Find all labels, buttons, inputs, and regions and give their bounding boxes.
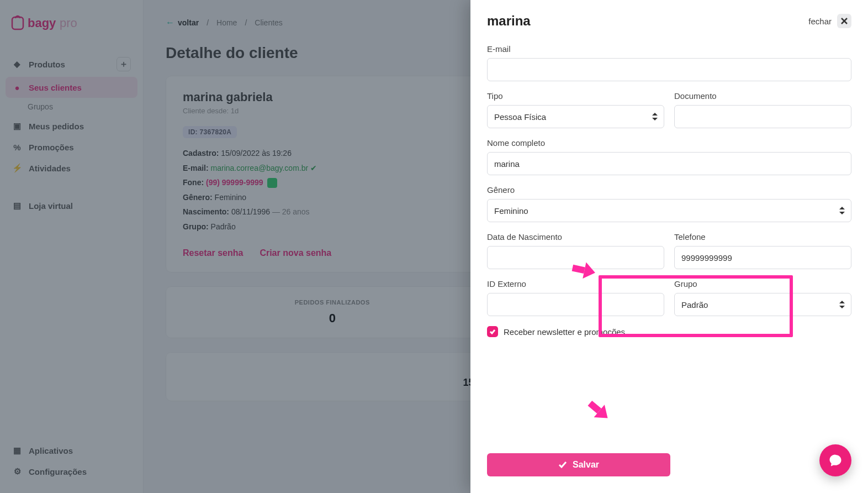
- genero-select[interactable]: [487, 199, 851, 222]
- stat-title: PEDIDOS FINALIZADOS: [178, 299, 486, 306]
- breadcrumb-sep: /: [245, 18, 247, 27]
- label: Nascimento:: [183, 207, 229, 216]
- newsletter-checkbox-row[interactable]: Receber newsletter e promoções: [487, 326, 851, 337]
- nome-label: Nome completo: [487, 138, 851, 148]
- value: Padrão: [211, 222, 236, 231]
- sidebar-item-label: Meus pedidos: [29, 122, 84, 131]
- svg-text:bagy: bagy: [28, 16, 56, 30]
- apps-icon: ▦: [12, 445, 22, 455]
- sidebar-sub-grupos[interactable]: Grupos: [6, 98, 137, 116]
- tipo-label: Tipo: [487, 91, 664, 101]
- users-icon: ●: [12, 82, 22, 92]
- breadcrumb-item[interactable]: Clientes: [255, 18, 283, 27]
- sidebar-item-produtos[interactable]: ◆ Produtos ＋: [6, 51, 137, 77]
- sidebar-item-promocoes[interactable]: % Promoções: [6, 137, 137, 158]
- label: Grupo:: [183, 222, 209, 231]
- add-product-icon[interactable]: ＋: [117, 57, 131, 71]
- grupo-label: Grupo: [674, 279, 851, 289]
- stat-orders: PEDIDOS FINALIZADOS 0: [166, 286, 499, 338]
- nasc-field[interactable]: [487, 246, 664, 269]
- save-label: Salvar: [573, 460, 599, 470]
- brand-logo: bagy pro: [6, 11, 137, 51]
- breadcrumb-sep: /: [207, 18, 209, 27]
- chat-fab-button[interactable]: [819, 444, 851, 476]
- whatsapp-icon[interactable]: [267, 178, 277, 188]
- store-icon: ▤: [12, 201, 22, 211]
- value: Feminino: [215, 193, 247, 202]
- value: 08/11/1996: [231, 207, 270, 216]
- nome-field[interactable]: [487, 152, 851, 175]
- close-panel-button[interactable]: fechar: [808, 14, 851, 28]
- sidebar-item-label: Configurações: [29, 467, 87, 476]
- documento-label: Documento: [674, 91, 851, 101]
- new-password-link[interactable]: Criar nova senha: [260, 248, 331, 258]
- sidebar-item-config[interactable]: ⚙ Configurações: [6, 461, 138, 482]
- panel-title: marina: [487, 13, 531, 29]
- breadcrumb-back[interactable]: voltar: [166, 18, 199, 28]
- documento-field[interactable]: [674, 105, 851, 128]
- breadcrumb-item[interactable]: Home: [216, 18, 237, 27]
- sidebar-item-clientes[interactable]: ● Seus clientes: [6, 77, 137, 98]
- nasc-label: Data de Nascimento: [487, 232, 664, 242]
- sidebar-item-label: Loja virtual: [29, 201, 73, 211]
- tag-icon: ◆: [12, 59, 22, 69]
- gear-icon: ⚙: [12, 466, 22, 476]
- sidebar-item-label: Aplicativos: [29, 446, 73, 455]
- sidebar-item-atividades[interactable]: ⚡ Atividades: [6, 158, 137, 179]
- sidebar-item-label: Promoções: [29, 143, 74, 152]
- edit-customer-panel: marina fechar E-mail Tipo Documento Nome…: [470, 0, 868, 493]
- stat-value: 0: [178, 311, 486, 326]
- chat-icon: [828, 453, 843, 468]
- checkbox-checked-icon: [487, 326, 498, 337]
- activity-icon: ⚡: [12, 163, 22, 173]
- label: Cadastro:: [183, 149, 219, 158]
- sidebar-item-aplicativos[interactable]: ▦ Aplicativos: [6, 440, 138, 461]
- id-externo-field[interactable]: [487, 293, 664, 316]
- check-icon: [558, 460, 567, 469]
- email-field[interactable]: [487, 58, 851, 81]
- value: 15/09/2022 às 19:26: [221, 149, 292, 158]
- sidebar-item-pedidos[interactable]: ▣ Meus pedidos: [6, 116, 137, 137]
- value-age: — 26 anos: [272, 207, 310, 216]
- grupo-select[interactable]: [674, 293, 851, 316]
- email-label: E-mail: [487, 44, 851, 54]
- newsletter-label: Receber newsletter e promoções: [504, 327, 625, 337]
- svg-rect-0: [12, 17, 23, 29]
- clipboard-icon: ▣: [12, 121, 22, 131]
- label: Fone:: [183, 178, 204, 187]
- percent-icon: %: [12, 142, 22, 152]
- close-label: fechar: [808, 17, 832, 26]
- customer-phone-link[interactable]: (99) 99999-9999: [206, 178, 263, 187]
- label: E-mail:: [183, 164, 209, 172]
- sidebar-item-label: Atividades: [29, 164, 71, 173]
- tipo-select[interactable]: [487, 105, 664, 128]
- customer-id-badge: ID: 7367820A: [183, 126, 237, 138]
- genero-label: Gênero: [487, 185, 851, 195]
- customer-email-link[interactable]: marina.correa@bagy.com.br: [211, 164, 309, 172]
- sidebar-item-label: Seus clientes: [29, 83, 82, 92]
- reset-password-link[interactable]: Resetar senha: [183, 248, 243, 258]
- id-externo-label: ID Externo: [487, 279, 664, 289]
- sidebar: bagy pro ◆ Produtos ＋ ● Seus clientes Gr…: [0, 0, 144, 493]
- sidebar-item-label: Produtos: [29, 60, 65, 69]
- save-button[interactable]: Salvar: [487, 453, 670, 476]
- label: Gênero:: [183, 193, 213, 202]
- close-icon: [837, 14, 851, 28]
- telefone-label: Telefone: [674, 232, 851, 242]
- telefone-field[interactable]: [674, 246, 851, 269]
- sidebar-item-loja[interactable]: ▤ Loja virtual: [6, 195, 137, 216]
- svg-text:pro: pro: [60, 16, 77, 30]
